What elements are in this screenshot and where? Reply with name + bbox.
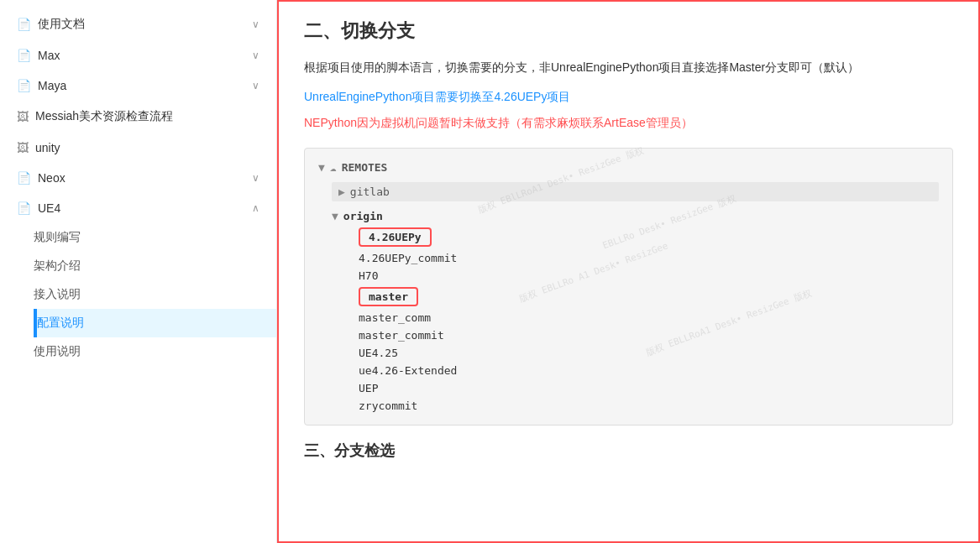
sidebar-item-ue4-arch[interactable]: 架构介绍 [34, 252, 276, 280]
sidebar-item-neox[interactable]: 📄 Neox ∨ [0, 163, 276, 193]
sidebar-item-label: Messiah美术资源检查流程 [35, 109, 173, 124]
origin-label: origin [343, 210, 383, 222]
sidebar-item-label: 使用文档 [38, 17, 85, 32]
chevron-up-icon: ∧ [252, 202, 259, 214]
chevron-icon: ∨ [252, 80, 259, 91]
gitlab-label: gitlab [350, 185, 390, 198]
branch-row-10: zrycommit [318, 397, 939, 415]
sidebar-item-unity[interactable]: 🖼 unity [0, 133, 276, 163]
branch-label: zrycommit [359, 399, 417, 412]
sidebar-item-maya[interactable]: 📄 Maya ∨ [0, 70, 276, 101]
branch-row-9: UEP [318, 379, 939, 397]
link-uepy: UnrealEnginePython项目需要切换至4.26UEPy项目 [304, 90, 570, 103]
chevron-icon: ∨ [252, 50, 259, 61]
doc-icon: 📄 [17, 79, 31, 92]
sidebar: 📄 使用文档 ∨ 📄 Max ∨ 📄 Maya ∨ 🖼 Messiah美术资源检… [0, 0, 277, 543]
git-tree: 版权 EBlLRoA1 Desk• ResizGee 版权 EBLLRo Des… [304, 148, 953, 426]
sidebar-item-use-doc[interactable]: 📄 使用文档 ∨ [0, 8, 276, 40]
chevron-down-icon: ▼ [332, 210, 338, 222]
branch-row-3: H70 [318, 267, 939, 285]
doc-icon: 📄 [17, 201, 31, 215]
sidebar-item-label: Neox [38, 171, 66, 185]
git-tree-gitlab: ▶ gitlab [318, 176, 939, 207]
gitlab-row: ▶ gitlab [332, 182, 939, 201]
main-content: 二、切换分支 根据项目使用的脚本语言，切换需要的分支，非UnrealEngine… [277, 0, 980, 543]
chevron-right-icon: ▶ [338, 185, 345, 198]
paragraph-2: UnrealEnginePython项目需要切换至4.26UEPy项目 [304, 86, 953, 107]
branch-highlight-426uepy: 4.26UEPy [359, 227, 432, 247]
image-icon: 🖼 [17, 110, 29, 123]
branch-label: master_commit [359, 329, 444, 342]
sidebar-item-label: 使用说明 [34, 344, 81, 359]
sidebar-item-label: 规则编写 [34, 230, 81, 245]
sidebar-item-messiah[interactable]: 🖼 Messiah美术资源检查流程 [0, 101, 276, 133]
sidebar-item-label: 架构介绍 [34, 258, 81, 274]
branch-row-8: ue4.26-Extended [318, 362, 939, 379]
branch-row-7: UE4.25 [318, 344, 939, 362]
sidebar-item-ue4-config[interactable]: 配置说明 [34, 309, 276, 337]
doc-icon: 📄 [17, 18, 31, 31]
paragraph-1: 根据项目使用的脚本语言，切换需要的分支，非UnrealEnginePython项… [304, 57, 953, 78]
git-tree-origin: ▼ origin [318, 207, 939, 225]
chevron-icon: ∨ [252, 172, 259, 184]
chevron-down-icon: ▼ [318, 161, 325, 174]
branch-highlight-master: master [359, 287, 418, 306]
branch-row-2: 4.26UEPy_commit [318, 249, 939, 267]
sidebar-item-ue4-rules[interactable]: 规则编写 [34, 223, 276, 252]
branch-row-5: master_comm [318, 309, 939, 326]
doc-icon: 📄 [17, 49, 31, 62]
branch-label: master_comm [359, 311, 431, 324]
sidebar-item-label: 配置说明 [37, 316, 84, 331]
sidebar-item-ue4-usage[interactable]: 使用说明 [34, 337, 276, 366]
branch-label: 4.26UEPy_commit [359, 252, 457, 264]
sidebar-item-ue4-access[interactable]: 接入说明 [34, 280, 276, 309]
branch-label: H70 [359, 269, 378, 282]
chevron-icon: ∨ [252, 18, 259, 30]
branch-label: ue4.26-Extended [359, 364, 457, 377]
sidebar-item-label: 接入说明 [34, 287, 81, 302]
branch-row-6: master_commit [318, 326, 939, 344]
ue4-subitems: 规则编写 架构介绍 接入说明 配置说明 使用说明 [0, 223, 276, 366]
cloud-icon: ☁ [330, 161, 337, 174]
sidebar-item-label: Max [38, 49, 60, 62]
sidebar-item-label: Maya [38, 79, 66, 92]
sidebar-item-ue4[interactable]: 📄 UE4 ∧ [0, 193, 276, 223]
git-tree-remotes: ▼ ☁ REMOTES [318, 159, 939, 176]
sidebar-item-label: unity [35, 141, 60, 154]
paragraph-3: NEPython因为虚拟机问题暂时未做支持（有需求麻烦联系ArtEase管理员） [304, 112, 953, 133]
branch-label: UEP [359, 382, 378, 394]
doc-icon: 📄 [17, 171, 31, 185]
image-icon: 🖼 [17, 141, 29, 154]
sidebar-item-max[interactable]: 📄 Max ∨ [0, 40, 276, 70]
section-title: 二、切换分支 [304, 18, 953, 44]
sidebar-item-label: UE4 [38, 201, 60, 215]
bottom-hint: 三、分支检选 [304, 441, 953, 461]
remotes-label: REMOTES [342, 161, 388, 174]
branch-label: UE4.25 [359, 347, 398, 359]
branch-row-4: master [318, 285, 939, 309]
branch-row-1: 4.26UEPy [318, 225, 939, 249]
